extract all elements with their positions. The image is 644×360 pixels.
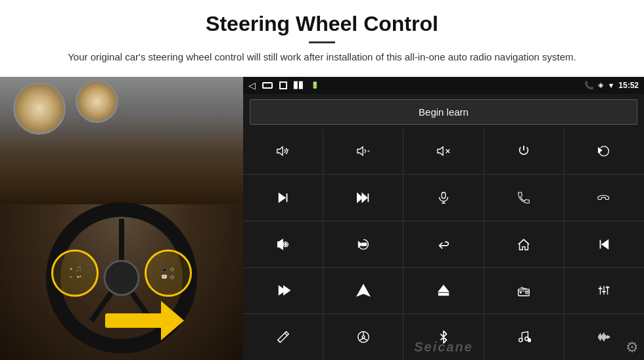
home-button[interactable]	[484, 221, 564, 267]
vol-up-button[interactable]	[243, 129, 323, 175]
photo-panel: +🎵 −↩ 📱◇ ☎◇	[0, 77, 243, 361]
steering-button[interactable]	[323, 314, 403, 360]
pencil-button[interactable]	[243, 314, 323, 360]
header-section: Steering Wheel Control Your original car…	[0, 0, 644, 72]
svg-point-34	[520, 292, 521, 293]
dashboard-bg	[0, 77, 243, 204]
left-buttons: +🎵 −↩	[68, 266, 82, 280]
svg-marker-29	[439, 286, 449, 292]
nav-back-icon[interactable]: ◁	[248, 80, 256, 91]
right-buttons: 📱◇ ☎◇	[161, 266, 175, 280]
icon-grid: 360	[243, 129, 644, 361]
svg-line-42	[284, 333, 287, 336]
back-icon	[436, 237, 451, 252]
highlight-left: +🎵 −↩	[51, 250, 99, 297]
phone-status-icon: 📞	[584, 81, 594, 90]
eject-icon	[436, 283, 451, 298]
mute-icon	[436, 144, 451, 158]
svg-marker-24	[603, 240, 609, 248]
ff-scan-button[interactable]	[323, 175, 403, 221]
vol-down-button[interactable]	[323, 129, 403, 175]
svg-point-21	[285, 243, 287, 245]
sw-hub	[104, 260, 140, 296]
back-button[interactable]	[403, 221, 483, 267]
ff-scan-icon	[356, 191, 371, 205]
svg-text:⚙: ⚙	[528, 338, 531, 342]
svg-marker-2	[357, 147, 363, 156]
phone-prev-icon	[597, 144, 611, 158]
status-time: 15:52	[618, 81, 639, 90]
phone-call-button[interactable]	[484, 175, 564, 221]
mic-button[interactable]	[403, 175, 483, 221]
radio-button[interactable]	[484, 268, 564, 314]
bluetooth-icon	[436, 330, 451, 344]
navigation-button[interactable]	[323, 268, 403, 314]
svg-marker-4	[438, 147, 443, 156]
battery-icon: 🔋	[311, 81, 319, 89]
music-button[interactable]: ⚙	[484, 314, 564, 360]
title-divider	[309, 41, 335, 43]
mute-button[interactable]	[403, 129, 483, 175]
power-icon	[517, 144, 531, 158]
steering-icon	[356, 330, 371, 344]
hang-up-icon	[597, 191, 611, 205]
speaker-button[interactable]	[243, 221, 323, 267]
track-back-icon	[597, 237, 611, 252]
svg-rect-30	[439, 294, 449, 296]
signal-icon: ▊▊	[294, 81, 304, 89]
waveform-icon	[597, 330, 611, 344]
mic-icon	[436, 191, 451, 205]
wifi-icon: ▼	[607, 81, 614, 89]
pencil-icon	[276, 330, 290, 344]
svg-point-44	[362, 336, 365, 338]
android-panel: ◁ ▊▊ 🔋 📞 ◈ ▼ 15:52 Begin learn	[243, 77, 644, 361]
equalizer-button[interactable]	[564, 268, 644, 314]
speaker-icon	[276, 237, 290, 252]
nav-square-icon[interactable]	[279, 81, 287, 89]
svg-line-46	[359, 338, 363, 340]
eject-button[interactable]	[403, 268, 483, 314]
360-icon: 360	[356, 237, 371, 252]
svg-point-32	[526, 292, 528, 294]
begin-learn-button[interactable]: Begin learn	[250, 99, 637, 125]
svg-marker-0	[277, 147, 282, 156]
power-button[interactable]	[484, 129, 564, 175]
yellow-arrow	[105, 301, 184, 340]
svg-line-41	[277, 340, 280, 343]
nav-home-icon[interactable]	[262, 82, 273, 89]
gauge-left	[13, 82, 66, 135]
track-back-button[interactable]	[564, 221, 644, 267]
svg-marker-19	[279, 239, 283, 249]
arrow-head	[161, 301, 184, 340]
subtitle: Your original car's steering wheel contr…	[53, 50, 591, 65]
phone-prev-button[interactable]	[564, 129, 644, 175]
track-fwd-end-icon	[276, 283, 290, 298]
page-title: Steering Wheel Control	[39, 12, 605, 36]
content-row: +🎵 −↩ 📱◇ ☎◇	[0, 77, 644, 361]
svg-line-47	[363, 338, 367, 340]
radio-icon	[517, 283, 531, 298]
svg-marker-9	[279, 194, 285, 202]
svg-marker-27	[284, 286, 290, 295]
page-container: Steering Wheel Control Your original car…	[0, 0, 644, 360]
music-icon: ⚙	[517, 330, 531, 344]
bluetooth-button[interactable]	[403, 314, 483, 360]
track-next-button[interactable]	[243, 175, 323, 221]
svg-text:360: 360	[361, 243, 367, 246]
highlight-right: 📱◇ ☎◇	[145, 250, 192, 297]
track-fwd-end-button[interactable]	[243, 268, 323, 314]
status-bar: ◁ ▊▊ 🔋 📞 ◈ ▼ 15:52	[243, 77, 644, 94]
settings-gear-button[interactable]: ⚙	[626, 339, 639, 356]
arrow-container	[105, 301, 184, 340]
360-rotate-button[interactable]: 360	[323, 221, 403, 267]
location-icon: ◈	[598, 81, 603, 89]
svg-marker-28	[357, 285, 369, 296]
track-next-icon	[276, 191, 290, 205]
navigation-icon	[356, 283, 371, 298]
arrow-shaft	[105, 313, 161, 328]
status-left: ◁ ▊▊ 🔋	[248, 80, 319, 91]
status-right: 📞 ◈ ▼ 15:52	[584, 81, 639, 90]
hang-up-button[interactable]	[564, 175, 644, 221]
vol-up-icon	[276, 144, 290, 158]
phone-call-icon	[517, 191, 531, 205]
